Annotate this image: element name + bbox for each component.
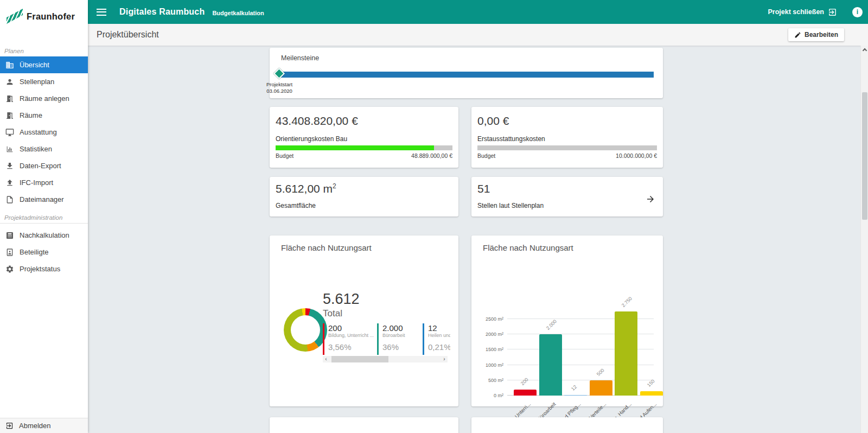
chart-title: Fläche nach Nutzungsart [281, 243, 372, 252]
bar-value-label: 12 [570, 384, 578, 391]
app-title: Digitales Raumbuch [119, 7, 205, 17]
legend-label: Bildung, Unterricht ... [328, 333, 371, 339]
sidebar-item-label: Stellenplan [20, 78, 54, 86]
page-title: Projektübersicht [97, 30, 159, 40]
bar-value-label: 200 [520, 377, 529, 386]
fraunhofer-logo: Fraunhofer [0, 0, 88, 27]
topbar: Digitales Raumbuch Budgetkalkulation Pro… [88, 0, 868, 24]
hamburger-menu-icon[interactable] [97, 7, 106, 17]
donut-legend: 200Bildung, Unterricht ...3,56%2.000Büro… [323, 323, 450, 355]
sidebar-item-beteiligte[interactable]: Beteiligte [0, 244, 88, 260]
kpi-label: Orientierungskosten Bau [276, 135, 347, 143]
budget-value: 10.000.000,00 € [616, 152, 657, 159]
y-axis-tick-label: 0 m² [476, 393, 503, 398]
close-project-label: Projekt schließen [768, 8, 824, 16]
app-subtitle: Budgetkalkulation [212, 8, 264, 16]
room-icon [5, 94, 14, 103]
donut-chart [284, 308, 327, 352]
legend-scroll-thumb[interactable] [331, 356, 388, 362]
legend-item: 200Bildung, Unterricht ...3,56% [323, 323, 371, 355]
legend-label: Heilen und Pfle [428, 333, 450, 339]
participants-icon [5, 248, 14, 257]
sidebar-item-dateimanager[interactable]: Dateimanager [0, 191, 88, 208]
sidebar-item-statistiken[interactable]: Statistiken [0, 141, 88, 157]
overview-icon [5, 61, 14, 69]
y-axis-tick-label: 1000 m² [476, 362, 503, 368]
info-icon[interactable]: i [852, 7, 863, 17]
nav-group-planen: ÜbersichtStellenplanRäume anlegenRäumeAu… [0, 56, 88, 208]
sidebar-item-label: Beteiligte [20, 248, 48, 256]
sidebar-item-abmelden[interactable]: Abmelden [0, 418, 88, 433]
legend-scrollbar: ‹ › [323, 356, 448, 362]
sidebar-item-ifc-import[interactable]: IFC-Import [0, 174, 88, 191]
sidebar-item-label: Räume [20, 111, 42, 119]
milestone-label: Projektstart 03.06.2020 [266, 81, 292, 94]
page-header: Projektübersicht Bearbeiten [88, 24, 868, 46]
sidebar-item-projektstatus[interactable]: Projektstatus [0, 260, 88, 277]
milestone-diamond [273, 68, 285, 79]
sidebar-item-daten-export[interactable]: Daten-Export [0, 157, 88, 174]
bar-chart-plot: 0 m²500 m²1000 m²1500 m²2000 m²2500 m²20… [507, 273, 654, 396]
edit-button[interactable]: Bearbeiten [788, 28, 844, 41]
close-project-button[interactable]: Projekt schließen [768, 8, 837, 17]
main-content: Meilensteine Projektstart 03.06.2020 43.… [88, 46, 860, 433]
budget-progressbar [276, 145, 452, 150]
partial-card [471, 417, 663, 433]
bar-value-label: 500 [595, 367, 605, 377]
sidebar-item-ausstattung[interactable]: Ausstattung [0, 124, 88, 141]
chart-icon [5, 145, 14, 154]
sidebar-item-label: Statistiken [20, 145, 52, 153]
donut-total-value: 5.612 [323, 291, 360, 308]
legend-label: Büroarbeit [382, 333, 416, 339]
legend-value: 2.000 [382, 323, 416, 333]
milestones-card: Meilensteine Projektstart 03.06.2020 [270, 48, 663, 98]
bar-5 [640, 391, 663, 396]
bar-value-label: 2.750 [621, 296, 633, 308]
sidebar-item-label: Räume anlegen [20, 94, 69, 103]
section-label-planen: Planen [0, 48, 88, 56]
section-label-projektadministration: Projektadministration [0, 214, 88, 224]
milestones-timeline [279, 72, 654, 78]
sidebar-item-label: Übersicht [20, 61, 49, 69]
y-axis-tick-label: 1500 m² [476, 347, 503, 352]
kpi-card-stellen: 51 Stellen laut Stellenplan [471, 177, 663, 217]
legend-item: 12Heilen und Pfle0,21% [423, 323, 450, 355]
budget-value: 48.889.000,00 € [411, 152, 452, 159]
sidebar-item-label: Daten-Export [20, 162, 61, 170]
scroll-up-icon[interactable] [863, 48, 867, 53]
kpi-label: Gesamtfläche [276, 202, 316, 209]
sidebar-item-räume[interactable]: Räume [0, 107, 88, 124]
sidebar-item-übersicht[interactable]: Übersicht [0, 56, 88, 73]
sidebar-item-nachkalkulation[interactable]: Nachkalkulation [0, 227, 88, 244]
kpi-value: 0,00 € [477, 114, 509, 128]
bar-4 [615, 311, 637, 396]
sidebar-item-stellenplan[interactable]: Stellenplan [0, 73, 88, 90]
bar-1 [539, 334, 562, 396]
sidebar-item-label: Projektstatus [20, 265, 60, 273]
scrollbar-thumb[interactable] [862, 92, 867, 220]
room-icon [5, 111, 14, 120]
legend-percentage: 0,21% [428, 342, 450, 352]
file-icon [5, 195, 14, 204]
kpi-value: 5.612,00 m2 [276, 182, 336, 195]
legend-scroll-left-icon[interactable]: ‹ [323, 356, 329, 362]
kpi-label: Stellen laut Stellenplan [477, 202, 544, 209]
sidebar-item-label: IFC-Import [20, 179, 53, 187]
vertical-scrollbar[interactable] [860, 46, 868, 433]
gear-icon [5, 265, 14, 273]
sidebar-item-räume-anlegen[interactable]: Räume anlegen [0, 90, 88, 107]
donut-chart-card: Fläche nach Nutzungsart 5.612 Total 200B… [270, 235, 458, 406]
arrow-right-icon[interactable] [646, 194, 655, 204]
exit-icon [828, 8, 837, 17]
partial-card [270, 417, 458, 433]
kpi-value: 43.408.820,00 € [276, 114, 358, 128]
legend-scroll-right-icon[interactable]: › [441, 356, 448, 362]
sidebar: Fraunhofer Planen ÜbersichtStellenplanRä… [0, 0, 88, 433]
bar-chart-card: Fläche nach Nutzungsart 0 m²500 m²1000 m… [471, 235, 663, 406]
bar-value-label: 2.000 [545, 319, 557, 331]
y-axis-tick-label: 2000 m² [476, 332, 503, 337]
sidebar-item-label: Dateimanager [20, 195, 64, 203]
legend-item: 2.000Büroarbeit36% [377, 323, 416, 355]
download-icon [5, 162, 14, 170]
legend-scroll-track[interactable] [329, 356, 441, 362]
